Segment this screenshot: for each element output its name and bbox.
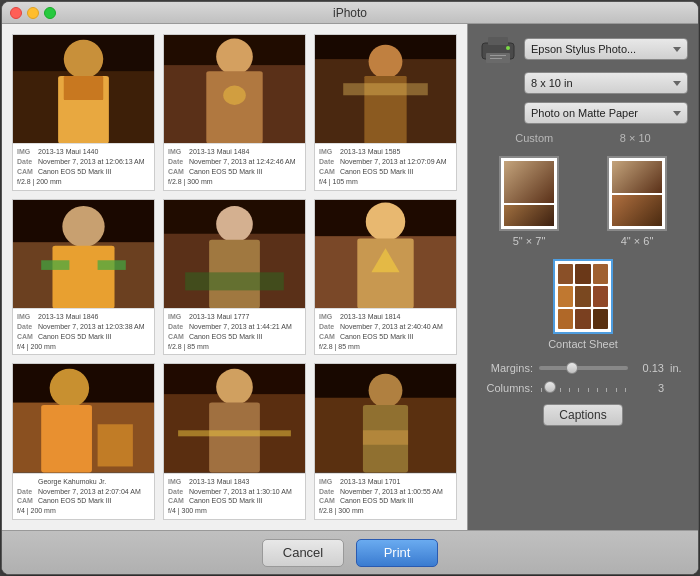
table-row[interactable]: IMG2013-13 Maui 1585 DateNovember 7, 201… bbox=[314, 34, 457, 191]
svg-rect-4 bbox=[64, 76, 103, 100]
photo-metadata: IMG2013-13 Maui 1777 DateNovember 7, 201… bbox=[164, 308, 305, 354]
svg-rect-45 bbox=[363, 431, 408, 445]
size-options-grid: 5" × 7" 4" × 6" bbox=[478, 152, 688, 251]
tick-9 bbox=[616, 388, 617, 392]
thumb-photo-mid bbox=[612, 195, 662, 227]
table-row[interactable]: IMG2013-13 Maui 1843 DateNovember 7, 201… bbox=[163, 363, 306, 520]
printer-dropdown-label: Epson Stylus Photo... bbox=[531, 43, 636, 55]
photo-grid: IMG2013-13 Maui 1440 DateNovember 7, 201… bbox=[2, 24, 467, 530]
size-option-4x6[interactable]: 4" × 6" bbox=[586, 156, 688, 247]
margins-slider-thumb[interactable] bbox=[566, 362, 578, 374]
contact-cell bbox=[575, 264, 590, 284]
photo-metadata: IMG2013-13 Maui 1484 DateNovember 7, 201… bbox=[164, 143, 305, 189]
printer-icon bbox=[480, 35, 516, 63]
print-button[interactable]: Print bbox=[356, 539, 438, 567]
photo-thumbnail bbox=[13, 35, 154, 143]
svg-point-7 bbox=[216, 39, 253, 75]
tick-5 bbox=[578, 388, 579, 392]
contact-cell bbox=[593, 264, 608, 284]
svg-rect-49 bbox=[490, 55, 506, 56]
photo-metadata: George Kahumoku Jr. DateNovember 7, 2013… bbox=[13, 473, 154, 519]
table-row[interactable]: IMG2013-13 Maui 1484 DateNovember 7, 201… bbox=[163, 34, 306, 191]
columns-label: Columns: bbox=[478, 382, 533, 394]
right-panel: Epson Stylus Photo... 8 x 10 in Photo on… bbox=[468, 24, 698, 530]
svg-rect-8 bbox=[206, 71, 262, 143]
svg-rect-50 bbox=[490, 58, 502, 59]
thumb-photo-top bbox=[504, 161, 554, 203]
paper-dropdown-label: Photo on Matte Paper bbox=[531, 107, 638, 119]
margins-unit: in. bbox=[670, 362, 688, 374]
table-row[interactable]: IMG2013-13 Maui 1777 DateNovember 7, 201… bbox=[163, 199, 306, 356]
size-option-5x7[interactable]: 5" × 7" bbox=[478, 156, 580, 247]
photo-metadata: IMG2013-13 Maui 1814 DateNovember 7, 201… bbox=[315, 308, 456, 354]
columns-value: 3 bbox=[634, 382, 664, 394]
window-title: iPhoto bbox=[333, 6, 367, 20]
size-option-contact[interactable]: Contact Sheet bbox=[548, 259, 618, 350]
photo-metadata: IMG2013-13 Maui 1843 DateNovember 7, 201… bbox=[164, 473, 305, 519]
photo-thumbnail bbox=[315, 200, 456, 308]
captions-area: Captions bbox=[478, 402, 688, 426]
margins-row: Margins: 0.13 in. bbox=[478, 362, 688, 374]
tick-3 bbox=[560, 388, 561, 392]
svg-rect-18 bbox=[52, 245, 114, 308]
traffic-lights bbox=[10, 7, 56, 19]
contact-sheet-row: Contact Sheet bbox=[478, 255, 688, 354]
minimize-button[interactable] bbox=[27, 7, 39, 19]
size-contact-thumb bbox=[553, 259, 613, 334]
margins-slider[interactable] bbox=[539, 366, 628, 370]
photo-metadata: IMG2013-13 Maui 1440 DateNovember 7, 201… bbox=[13, 143, 154, 189]
size-4x6-label: 4" × 6" bbox=[621, 235, 654, 247]
svg-point-38 bbox=[216, 369, 253, 405]
contact-cell bbox=[575, 309, 590, 329]
thumb-photo-top2 bbox=[612, 161, 662, 193]
table-row[interactable]: IMG2013-13 Maui 1846 DateNovember 7, 201… bbox=[12, 199, 155, 356]
table-row[interactable]: IMG2013-13 Maui 1814 DateNovember 7, 201… bbox=[314, 199, 457, 356]
svg-rect-40 bbox=[178, 431, 291, 437]
chevron-down-icon bbox=[673, 81, 681, 86]
chevron-down-icon bbox=[673, 47, 681, 52]
tick-10 bbox=[625, 388, 626, 392]
size-dropdown-label: 8 x 10 in bbox=[531, 77, 573, 89]
svg-point-17 bbox=[62, 206, 104, 247]
photo-panel: IMG2013-13 Maui 1440 DateNovember 7, 201… bbox=[2, 24, 468, 530]
maximize-button[interactable] bbox=[44, 7, 56, 19]
content-area: IMG2013-13 Maui 1440 DateNovember 7, 201… bbox=[2, 24, 698, 530]
photo-thumbnail bbox=[164, 200, 305, 308]
svg-point-28 bbox=[366, 202, 405, 241]
svg-rect-20 bbox=[98, 260, 126, 270]
close-button[interactable] bbox=[10, 7, 22, 19]
tick-4 bbox=[569, 388, 570, 392]
svg-rect-35 bbox=[98, 425, 133, 467]
photo-thumbnail bbox=[164, 35, 305, 143]
table-row[interactable]: George Kahumoku Jr. DateNovember 7, 2013… bbox=[12, 363, 155, 520]
printer-row: Epson Stylus Photo... bbox=[478, 34, 688, 64]
table-row[interactable]: IMG2013-13 Maui 1701 DateNovember 7, 201… bbox=[314, 363, 457, 520]
thumb-photo-bottom bbox=[504, 205, 554, 226]
chevron-down-icon bbox=[673, 111, 681, 116]
svg-point-23 bbox=[216, 206, 253, 242]
photo-thumbnail bbox=[13, 200, 154, 308]
svg-rect-34 bbox=[41, 405, 92, 473]
tick-6 bbox=[588, 388, 589, 392]
titlebar: iPhoto bbox=[2, 2, 698, 24]
size-5x7-thumb bbox=[499, 156, 559, 231]
photo-metadata: IMG2013-13 Maui 1701 DateNovember 7, 201… bbox=[315, 473, 456, 519]
svg-point-51 bbox=[506, 46, 510, 50]
table-row[interactable]: IMG2013-13 Maui 1440 DateNovember 7, 201… bbox=[12, 34, 155, 191]
contact-cell bbox=[558, 286, 573, 306]
contact-cell bbox=[575, 286, 590, 306]
svg-point-9 bbox=[223, 86, 246, 105]
size-dropdown[interactable]: 8 x 10 in bbox=[524, 72, 688, 94]
svg-rect-25 bbox=[185, 272, 284, 290]
contact-cell bbox=[558, 264, 573, 284]
photo-thumbnail bbox=[13, 364, 154, 472]
printer-icon-box bbox=[478, 34, 518, 64]
columns-slider-thumb[interactable] bbox=[544, 381, 556, 393]
paper-dropdown[interactable]: Photo on Matte Paper bbox=[524, 102, 688, 124]
captions-button[interactable]: Captions bbox=[543, 404, 623, 426]
cancel-button[interactable]: Cancel bbox=[262, 539, 344, 567]
tick-8 bbox=[606, 388, 607, 392]
custom-header: Custom bbox=[515, 132, 553, 144]
printer-dropdown[interactable]: Epson Stylus Photo... bbox=[524, 38, 688, 60]
size-row: 8 x 10 in bbox=[478, 72, 688, 94]
